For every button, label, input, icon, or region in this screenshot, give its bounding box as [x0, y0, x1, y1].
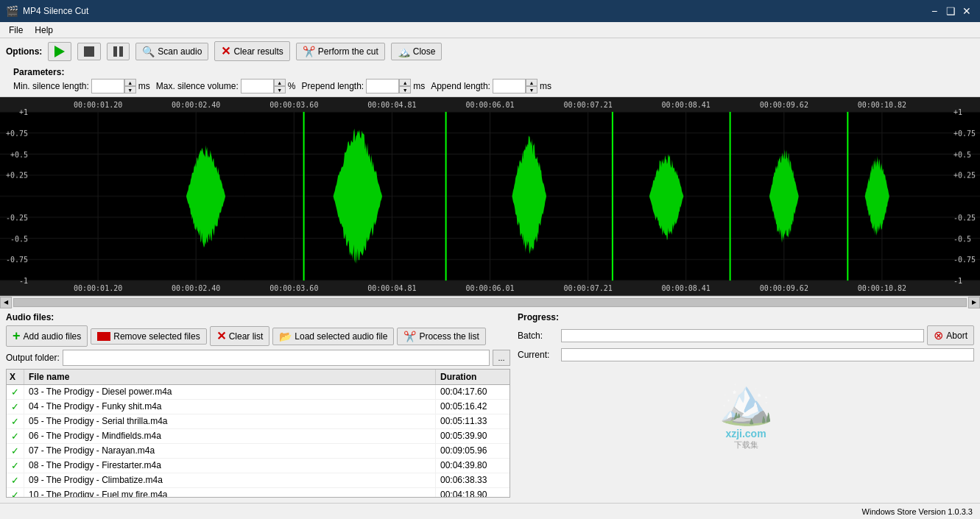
- cell-duration: 00:04:18.90: [436, 488, 510, 498]
- minimize-button[interactable]: −: [927, 4, 942, 18]
- batch-progress-bar: [561, 329, 924, 342]
- abort-icon: ⊗: [934, 328, 943, 342]
- batch-label: Batch:: [518, 331, 558, 341]
- prepend-length-label: Prepend length:: [301, 81, 364, 91]
- scan-icon: 🔍: [142, 46, 155, 57]
- table-row[interactable]: ✓ 07 - The Prodigy - Narayan.m4a 00:09:0…: [7, 444, 510, 459]
- play-button[interactable]: [48, 42, 71, 61]
- waveform-canvas[interactable]: [0, 97, 980, 295]
- cell-check: ✓: [7, 444, 24, 458]
- cell-duration: 00:04:17.60: [436, 385, 510, 399]
- status-bar: Windows Store Version 1.0.3.3: [0, 503, 980, 519]
- close-button[interactable]: 🏔️ Close: [391, 43, 443, 60]
- cell-check: ✓: [7, 385, 24, 399]
- close-label: Close: [413, 46, 436, 57]
- append-up-btn[interactable]: ▲: [526, 79, 537, 86]
- remove-selected-button[interactable]: Remove selected files: [91, 328, 206, 345]
- clear-results-label: Clear results: [233, 46, 283, 57]
- prepend-up-btn[interactable]: ▲: [399, 79, 411, 86]
- prepend-length-spinner-btns: ▲ ▼: [399, 79, 411, 93]
- check-icon: ✓: [11, 460, 19, 471]
- table-row[interactable]: ✓ 04 - The Prodigy - Funky shit.m4a 00:0…: [7, 400, 510, 414]
- check-icon: ✓: [11, 416, 19, 427]
- clear-list-label: Clear list: [229, 331, 264, 342]
- perform-cut-icon: ✂️: [303, 46, 315, 57]
- horizontal-scrollbar[interactable]: ◀ ▶: [0, 296, 980, 308]
- abort-button[interactable]: ⊗ Abort: [927, 325, 974, 345]
- append-length-spinner[interactable]: -100 ▲ ▼: [493, 79, 537, 93]
- menu-file[interactable]: File: [3, 24, 29, 37]
- progress-section: Progress: Batch: ⊗ Abort Current: 🏔️ xzj…: [518, 312, 974, 498]
- max-silence-volume-label: Max. silence volume:: [156, 81, 239, 91]
- browse-button[interactable]: ...: [493, 350, 510, 366]
- table-row[interactable]: ✓ 10 - The Prodigy - Fuel my fire.m4a 00…: [7, 488, 510, 498]
- audio-toolbar: + Add audio files Remove selected files …: [6, 325, 510, 347]
- cell-filename: 07 - The Prodigy - Narayan.m4a: [24, 444, 436, 458]
- clear-results-button[interactable]: ✕ Clear results: [214, 41, 289, 61]
- max-silence-volume-input[interactable]: 10: [241, 79, 274, 93]
- table-row[interactable]: ✓ 06 - The Prodigy - Mindfields.m4a 00:0…: [7, 429, 510, 444]
- load-icon: 📂: [279, 331, 292, 342]
- cell-check: ✓: [7, 400, 24, 414]
- load-selected-button[interactable]: 📂 Load selected audio file: [272, 328, 394, 345]
- cell-duration: 00:09:05.96: [436, 444, 510, 458]
- clear-list-button[interactable]: ✕ Clear list: [210, 326, 270, 346]
- check-icon: ✓: [11, 475, 19, 486]
- append-length-input[interactable]: -100: [493, 79, 526, 93]
- prepend-length-group: Prepend length: 100 ▲ ▼ ms: [301, 79, 425, 93]
- cell-check: ✓: [7, 429, 24, 443]
- cell-check: ✓: [7, 473, 24, 487]
- scroll-left-arrow[interactable]: ◀: [0, 297, 12, 308]
- close-window-button[interactable]: ✕: [959, 4, 974, 18]
- min-silence-down-btn[interactable]: ▼: [124, 86, 136, 93]
- title-bar: 🎬 MP4 Silence Cut − ❑ ✕: [0, 0, 980, 22]
- max-silence-volume-up-btn[interactable]: ▲: [274, 79, 286, 86]
- load-selected-label: Load selected audio file: [295, 331, 387, 342]
- col-header-duration: Duration: [436, 370, 510, 384]
- cell-filename: 09 - The Prodigy - Climbatize.m4a: [24, 473, 436, 487]
- prepend-length-spinner[interactable]: 100 ▲ ▼: [366, 79, 411, 93]
- stop-button[interactable]: [77, 43, 101, 60]
- check-icon: ✓: [11, 445, 19, 456]
- scroll-thumb[interactable]: [13, 298, 967, 307]
- min-silence-length-input[interactable]: 500: [91, 79, 124, 93]
- min-silence-length-spinner[interactable]: 500 ▲ ▼: [91, 79, 136, 93]
- prepend-down-btn[interactable]: ▼: [399, 86, 411, 93]
- append-unit: ms: [540, 81, 551, 91]
- min-silence-up-btn[interactable]: ▲: [124, 79, 136, 86]
- col-header-x: X: [7, 370, 24, 384]
- perform-cut-button[interactable]: ✂️ Perform the cut: [296, 43, 385, 60]
- menu-help[interactable]: Help: [29, 24, 59, 37]
- perform-cut-label: Perform the cut: [318, 46, 378, 57]
- watermark: 🏔️ xzji.com 下载集: [719, 375, 774, 451]
- append-length-label: Append length:: [431, 81, 490, 91]
- scan-audio-label: Scan audio: [158, 46, 202, 57]
- restore-button[interactable]: ❑: [943, 4, 958, 18]
- table-row[interactable]: ✓ 08 - The Prodigy - Firestarter.m4a 00:…: [7, 459, 510, 473]
- toolbar: Options: 🔍 Scan audio ✕ Clear results ✂️…: [0, 38, 980, 97]
- output-path-input[interactable]: H:\TEMP\MP4 Silence Cut Output\: [63, 350, 490, 366]
- scroll-right-arrow[interactable]: ▶: [968, 297, 980, 308]
- table-row[interactable]: ✓ 05 - The Prodigy - Serial thrilla.m4a …: [7, 414, 510, 429]
- max-silence-volume-down-btn[interactable]: ▼: [274, 86, 286, 93]
- file-list-container[interactable]: X File name Duration ✓ 03 - The Prodigy …: [6, 369, 510, 498]
- cell-duration: 00:05:16.42: [436, 400, 510, 414]
- cell-duration: 00:06:38.33: [436, 473, 510, 487]
- prepend-unit: ms: [413, 81, 425, 91]
- pause-button[interactable]: [107, 43, 130, 60]
- cell-duration: 00:05:11.33: [436, 414, 510, 428]
- prepend-length-input[interactable]: 100: [366, 79, 399, 93]
- process-list-button[interactable]: ✂️ Process the list: [397, 328, 485, 345]
- table-row[interactable]: ✓ 09 - The Prodigy - Climbatize.m4a 00:0…: [7, 473, 510, 488]
- output-folder-row: Output folder: H:\TEMP\MP4 Silence Cut O…: [6, 350, 510, 366]
- add-audio-button[interactable]: + Add audio files: [6, 325, 88, 347]
- scan-audio-button[interactable]: 🔍 Scan audio: [135, 43, 208, 60]
- append-down-btn[interactable]: ▼: [526, 86, 537, 93]
- table-row[interactable]: ✓ 03 - The Prodigy - Diesel power.m4a 00…: [7, 385, 510, 400]
- max-silence-volume-spinner[interactable]: 10 ▲ ▼: [241, 79, 286, 93]
- add-icon: +: [13, 328, 21, 344]
- min-silence-length-group: Min. silence length: 500 ▲ ▼ ms: [13, 79, 150, 93]
- waveform-container: [0, 97, 980, 296]
- title-bar-left: 🎬 MP4 Silence Cut: [6, 5, 88, 17]
- min-silence-unit: ms: [138, 81, 150, 91]
